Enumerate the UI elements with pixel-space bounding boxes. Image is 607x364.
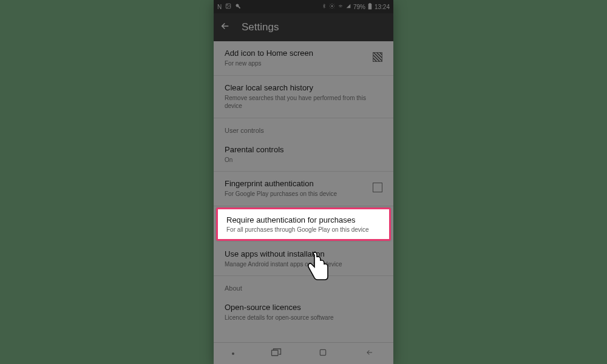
row-subtitle: For new apps xyxy=(225,59,367,68)
row-title: Fingerprint authentication xyxy=(225,179,367,188)
settings-quick-icon xyxy=(329,3,335,10)
row-subtitle: For all purchases through Google Play on… xyxy=(226,226,381,233)
wrench-icon xyxy=(235,3,241,10)
row-fingerprint-authentication[interactable]: Fingerprint authentication For Google Pl… xyxy=(214,172,393,206)
clock-time: 13:24 xyxy=(375,4,390,10)
phone-frame: N 79% 13:24 xyxy=(214,0,393,364)
row-title: Clear local search history xyxy=(225,83,382,92)
svg-point-2 xyxy=(331,5,333,7)
status-bar: N 79% 13:24 xyxy=(214,0,393,13)
app-bar: Settings xyxy=(214,13,393,41)
battery-icon xyxy=(368,3,372,11)
row-title: Use apps without installation xyxy=(225,249,382,258)
svg-rect-5 xyxy=(272,350,279,356)
row-subtitle: Manage Android instant apps on this devi… xyxy=(225,260,382,269)
navigation-bar xyxy=(214,342,393,364)
svg-rect-4 xyxy=(369,3,370,4)
checkbox-checked-icon[interactable] xyxy=(373,52,382,62)
image-icon xyxy=(225,3,231,10)
nav-back-icon[interactable] xyxy=(364,348,375,359)
settings-list: Add icon to Home screen For new apps Cle… xyxy=(214,41,393,329)
svg-rect-6 xyxy=(320,349,325,355)
signal-icon xyxy=(346,3,351,10)
row-require-authentication[interactable]: Require authentication for purchases For… xyxy=(216,207,391,241)
row-subtitle: Licence details for open-source software xyxy=(225,314,382,322)
row-use-apps-without-installation[interactable]: Use apps without installation Manage And… xyxy=(214,242,393,277)
row-open-source-licences[interactable]: Open-source licences Licence details for… xyxy=(214,295,393,329)
wifi-icon xyxy=(337,3,344,10)
nav-menu-icon[interactable] xyxy=(232,352,234,355)
row-title: Open-source licences xyxy=(225,303,382,312)
svg-point-1 xyxy=(227,5,228,6)
row-subtitle: On xyxy=(225,156,382,164)
row-clear-search-history[interactable]: Clear local search history Remove search… xyxy=(214,76,393,118)
checkbox-unchecked-icon[interactable] xyxy=(373,183,382,192)
battery-percent: 79% xyxy=(353,4,365,10)
row-parental-controls[interactable]: Parental controls On xyxy=(214,138,393,172)
row-subtitle: For Google Play purchases on this device xyxy=(225,190,367,198)
back-icon[interactable] xyxy=(220,21,231,34)
nav-home-icon[interactable] xyxy=(318,348,328,360)
row-title: Require authentication for purchases xyxy=(226,215,381,224)
row-subtitle: Remove searches that you have performed … xyxy=(225,94,382,110)
row-title: Parental controls xyxy=(225,145,382,154)
row-add-icon-home[interactable]: Add icon to Home screen For new apps xyxy=(214,41,393,76)
section-header-user-controls: User controls xyxy=(214,118,393,138)
bluetooth-icon xyxy=(322,3,327,10)
notif-icon-n: N xyxy=(217,4,222,10)
page-title: Settings xyxy=(242,21,279,33)
row-title: Add icon to Home screen xyxy=(225,49,367,58)
section-header-about: About xyxy=(214,276,393,295)
svg-rect-3 xyxy=(368,4,372,9)
nav-recent-icon[interactable] xyxy=(271,348,282,359)
